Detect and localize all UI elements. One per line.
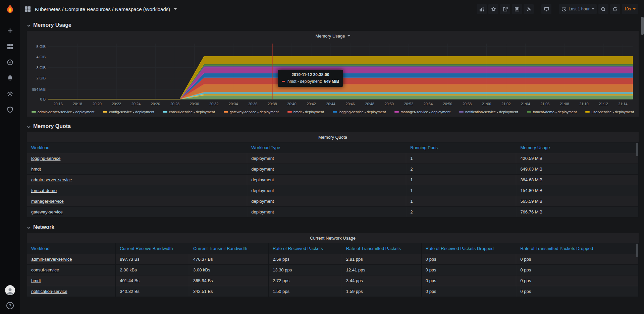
chevron-down-icon (27, 124, 31, 128)
time-range-picker[interactable]: Last 1 hour (559, 4, 597, 14)
main-area: Kubernetes / Compute Resources / Namespa… (20, 0, 644, 314)
workload-link[interactable]: consul-service (27, 265, 116, 275)
alerting-bell-icon[interactable] (7, 75, 13, 81)
table-cell: 2.72 pps (269, 275, 342, 286)
legend-item[interactable]: manager-service - deployment (394, 110, 450, 114)
legend-marker-icon (32, 111, 36, 113)
legend-item[interactable]: tomcat-demo - deployment (527, 110, 577, 114)
memory-usage-panel-title[interactable]: Memory Usage (27, 31, 639, 41)
tooltip-series-label: hmdt - deployment: (287, 79, 322, 84)
dashboard-title-button[interactable]: Kubernetes / Compute Resources / Namespa… (25, 6, 177, 12)
workload-link[interactable]: admin-server-service (27, 175, 247, 185)
column-header-workload[interactable]: Workload (27, 142, 247, 153)
table-row: hmdt401.44 Bs365.94 Bs2.72 pps3.44 pps0 … (27, 275, 639, 286)
chevron-down-icon (174, 8, 177, 10)
refresh-interval-label: 10s (624, 7, 631, 11)
legend-label: tomcat-demo - deployment (533, 110, 577, 114)
table-row: hmdtdeployment2649.03 MiB (27, 164, 639, 175)
legend-item[interactable]: user-service - deployment (585, 110, 634, 114)
table-cell: deployment (247, 175, 406, 185)
refresh-interval-picker[interactable]: 10s (622, 4, 638, 14)
dashboard-grid-icon (25, 6, 31, 12)
section-title: Network (33, 224, 54, 230)
table-cell: 384.68 MiB (516, 175, 639, 185)
legend-item[interactable]: config-service - deployment (103, 110, 154, 114)
column-header-rate-of-received-packets[interactable]: Rate of Received Packets (269, 243, 342, 254)
network-panel-title[interactable]: Current Network Usage (27, 233, 639, 243)
save-dashboard-button[interactable] (512, 4, 522, 14)
share-dashboard-button[interactable] (500, 4, 510, 14)
chart-tooltip: 2019-11-12 20:38:00 hmdt - deployment: 6… (278, 70, 343, 87)
table-cell: 565.59 MiB (516, 196, 639, 207)
workload-link[interactable]: hmdt (27, 164, 247, 175)
legend-item[interactable]: hmdt - deployment (287, 110, 324, 114)
zoom-out-time-button[interactable] (598, 4, 608, 14)
tooltip-time: 2019-11-12 20:38:00 (282, 72, 339, 77)
table-cell: 476.37 Bs (189, 254, 269, 265)
add-panel-button[interactable] (477, 4, 487, 14)
legend-item[interactable]: admin-server-service - deployment (32, 110, 94, 114)
section-memory-usage[interactable]: Memory Usage (27, 19, 639, 31)
legend-item[interactable]: gateway-service - deployment (224, 110, 279, 114)
workload-link[interactable]: gateway-service (27, 207, 247, 217)
help-icon[interactable]: ? (6, 302, 14, 309)
user-avatar[interactable] (5, 285, 15, 295)
gear-icon (526, 7, 531, 12)
grafana-logo-icon[interactable] (5, 4, 15, 15)
svg-text:20:58: 20:58 (463, 102, 472, 106)
legend-item[interactable]: notification-service - deployment (459, 110, 518, 114)
table-scrollbar[interactable] (636, 143, 638, 156)
workload-link[interactable]: tomcat-demo (27, 185, 247, 196)
memory-quota-panel-title[interactable]: Memory Quota (27, 132, 639, 142)
workload-link[interactable]: logging-service (27, 153, 247, 164)
chevron-down-icon (27, 23, 31, 27)
svg-text:20:46: 20:46 (345, 102, 355, 106)
column-header-current-receive-bandwidth[interactable]: Current Receive Bandwidth (116, 243, 189, 254)
explore-compass-icon[interactable] (7, 59, 13, 66)
legend-marker-icon (333, 111, 337, 113)
page-scrollbar[interactable] (641, 17, 644, 35)
column-header-rate-of-transmitted-packets[interactable]: Rate of Transmitted Packets (342, 243, 421, 254)
legend-item[interactable]: consul-service - deployment (163, 110, 215, 114)
table-cell: 2.81 pps (342, 254, 421, 265)
workload-link[interactable]: hmdt (27, 275, 116, 286)
legend-label: user-service - deployment (591, 110, 634, 114)
dashboard-settings-button[interactable] (524, 4, 534, 14)
table-cell: deployment (247, 164, 406, 175)
table-row: tomcat-demodeployment1154.80 MiB (27, 185, 639, 196)
table-cell: 2 (406, 207, 516, 217)
legend-item[interactable]: logging-service - deployment (333, 110, 386, 114)
column-header-memory-usage[interactable]: Memory Usage (516, 142, 639, 153)
column-header-workload-type[interactable]: Workload Type (247, 142, 406, 153)
memory-usage-panel: Memory Usage 0 B954 MiB2 GiB3 GiB4 GiB5 … (27, 31, 639, 117)
legend-label: hmdt - deployment (293, 110, 324, 114)
section-title: Memory Usage (33, 22, 71, 28)
column-header-workload[interactable]: Workload (27, 243, 116, 254)
column-header-running-pods[interactable]: Running Pods (406, 142, 516, 153)
column-header-rate-of-received-packets-dropped[interactable]: Rate of Received Packets Dropped (421, 243, 516, 254)
workload-link[interactable]: notification-service (27, 286, 116, 297)
dashboards-icon[interactable] (7, 43, 13, 50)
svg-text:20:40: 20:40 (287, 102, 297, 106)
refresh-button[interactable] (610, 4, 620, 14)
table-cell: 1.59 pps (342, 286, 421, 297)
section-network[interactable]: Network (27, 222, 639, 233)
column-header-rate-of-transmitted-packets-dropped[interactable]: Rate of Transmitted Packets Dropped (516, 243, 639, 254)
column-header-current-transmit-bandwidth[interactable]: Current Transmit Bandwidth (189, 243, 269, 254)
table-cell: 0 pps (421, 265, 516, 275)
admin-shield-icon[interactable] (7, 106, 13, 113)
star-dashboard-button[interactable] (488, 4, 498, 14)
table-cell: 2.80 kBs (116, 265, 189, 275)
chevron-down-icon (27, 225, 31, 229)
configuration-gear-icon[interactable] (7, 90, 13, 97)
svg-text:21:00: 21:00 (482, 102, 491, 106)
star-icon (491, 7, 496, 12)
table-scrollbar[interactable] (636, 244, 638, 257)
workload-link[interactable]: admin-server-service (27, 254, 116, 265)
section-memory-quota[interactable]: Memory Quota (27, 121, 639, 132)
add-panel-icon (479, 7, 484, 12)
cycle-view-button[interactable] (541, 4, 551, 14)
svg-text:20:56: 20:56 (443, 102, 452, 106)
create-plus-icon[interactable] (7, 27, 13, 34)
workload-link[interactable]: manager-service (27, 196, 247, 207)
